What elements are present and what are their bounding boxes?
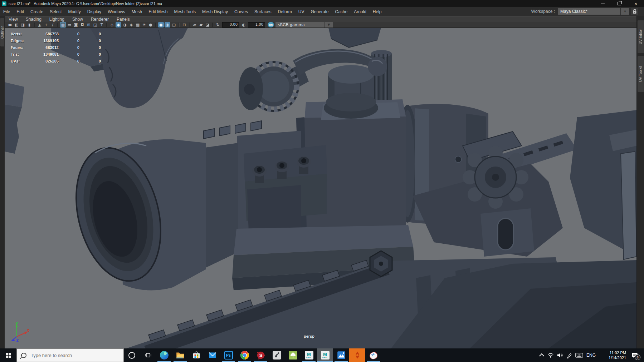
menu-item[interactable]: Curves xyxy=(231,9,251,14)
toolbar-icon[interactable]: / xyxy=(50,22,55,28)
taskbar-app-file-explorer[interactable] xyxy=(172,348,188,362)
view-transform-dropdown[interactable]: sRGB gamma xyxy=(275,22,324,28)
taskbar-app-microsoft-store[interactable] xyxy=(188,348,204,362)
taskbar-app-maya[interactable]: MMAYA xyxy=(301,348,317,362)
menu-item[interactable]: UV xyxy=(295,9,308,14)
menu-item[interactable]: Mesh xyxy=(128,9,145,14)
taskbar-app-origin[interactable] xyxy=(349,348,365,362)
gamma-field[interactable]: 1.00 xyxy=(248,22,265,28)
menu-item[interactable]: Generate xyxy=(307,9,332,14)
toolbar-icon[interactable]: ▰ xyxy=(198,22,204,28)
menu-item[interactable]: Mesh Display xyxy=(199,9,231,14)
toolbar-icon[interactable]: ▱ xyxy=(192,22,197,28)
panel-menu-item[interactable]: View xyxy=(5,17,22,22)
toolbar-icon[interactable]: ● xyxy=(148,22,153,28)
toolbar-icon[interactable]: ☀ xyxy=(141,22,147,28)
toolbar-icon[interactable] xyxy=(57,23,58,27)
taskbar-app-photos[interactable] xyxy=(333,348,349,362)
taskbar-app-edge[interactable] xyxy=(156,348,172,362)
contrast-icon[interactable]: ◐ xyxy=(241,22,247,28)
taskbar-app-snipping-tool[interactable]: ✂ xyxy=(365,348,381,362)
workspace-lock-button[interactable] xyxy=(631,8,638,15)
search-input[interactable] xyxy=(30,352,117,358)
toolbar-icon[interactable]: ◘ xyxy=(79,22,85,28)
toolbar-icon[interactable]: ◙ xyxy=(73,22,79,28)
panel-menu-item[interactable]: Panels xyxy=(113,17,134,22)
taskbar-app-maya-active[interactable]: MMAYA xyxy=(317,348,333,362)
toolbar-icon[interactable]: ▭ xyxy=(67,22,72,28)
chevron-down-icon[interactable]: ▼ xyxy=(325,22,333,28)
menu-item[interactable]: Edit xyxy=(13,9,27,14)
taskbar-app-mail[interactable] xyxy=(204,348,220,362)
menu-item[interactable]: File xyxy=(0,9,13,14)
toolbar-icon[interactable]: ▬ xyxy=(7,22,13,28)
uv-editor-tab[interactable]: UV Editor xyxy=(638,20,644,53)
menu-item[interactable]: Cache xyxy=(332,9,351,14)
tray-pen-button[interactable] xyxy=(565,348,574,362)
toolbar-icon[interactable]: ▩ xyxy=(135,22,141,28)
close-button[interactable]: × xyxy=(628,0,644,7)
color-management-toggle[interactable]: ON xyxy=(268,22,274,28)
knurled-knob[interactable] xyxy=(239,62,298,111)
panel-menu-item[interactable]: Lighting xyxy=(45,17,68,22)
menu-item[interactable]: Select xyxy=(47,9,65,14)
toolbar-icon[interactable] xyxy=(155,23,156,27)
toolbar-icon[interactable]: ▦ xyxy=(60,22,66,28)
toolbar-icon[interactable]: ◇ xyxy=(109,22,115,28)
toolbar-icon[interactable] xyxy=(179,23,180,27)
tray-wifi-button[interactable] xyxy=(546,348,555,362)
tray-clock[interactable]: 11:02 PM 1/14/2021 xyxy=(597,348,627,362)
toolbar-icon[interactable]: ▢ xyxy=(171,22,177,28)
toolbar-icon[interactable]: + xyxy=(43,22,49,28)
menu-item[interactable]: Windows xyxy=(104,9,128,14)
menu-item[interactable]: Deform xyxy=(274,9,295,14)
tray-language-button[interactable]: ENG xyxy=(585,348,597,362)
menu-item[interactable]: Surfaces xyxy=(251,9,274,14)
start-button[interactable] xyxy=(0,348,16,362)
taskbar-search[interactable] xyxy=(16,348,124,362)
toolbar-icon[interactable] xyxy=(189,23,190,27)
toolbar-icon[interactable]: ⊡ xyxy=(181,22,187,28)
exposure-field[interactable]: 0.00 xyxy=(222,22,239,28)
taskbar-app-chrome[interactable] xyxy=(236,348,253,362)
toolbar-icon[interactable]: ◭ xyxy=(37,22,43,28)
minimize-button[interactable] xyxy=(595,0,611,7)
toolbar-icon[interactable] xyxy=(106,23,107,27)
toolbar-icon[interactable]: ◨ xyxy=(20,22,26,28)
taskbar-app-photoshop[interactable]: Ps xyxy=(220,348,236,362)
menu-item[interactable]: Arnold xyxy=(351,9,370,14)
uv-toolkit-tab[interactable]: UV Toolkit xyxy=(638,56,644,92)
tray-volume-button[interactable] xyxy=(555,348,565,362)
taskbar-app-substance[interactable]: S xyxy=(253,348,269,362)
adjustment-wheel[interactable] xyxy=(463,146,528,209)
toolbar-icon[interactable]: ↻ xyxy=(215,22,221,28)
toolbar-icon[interactable]: ◆ xyxy=(116,22,121,28)
toolbar-icon[interactable]: ◈ xyxy=(128,22,134,28)
taskbar-app-speedtree[interactable] xyxy=(285,348,301,362)
panel-menu-item[interactable]: Show xyxy=(68,17,87,22)
menu-item[interactable]: Edit Mesh xyxy=(145,9,171,14)
outliner-tab[interactable]: Outliner xyxy=(0,18,4,46)
cortana-button[interactable] xyxy=(124,348,140,362)
toolbar-icon[interactable]: ◲ xyxy=(92,22,98,28)
toolbar-icon[interactable]: ◉ xyxy=(158,22,164,28)
3d-viewport[interactable]: Verts: 686758 0 0 Edges: 1369195 0 0 Fac… xyxy=(5,28,636,348)
toolbar-icon[interactable]: T xyxy=(99,22,104,28)
toolbar-icon[interactable]: ⊞ xyxy=(86,22,92,28)
toolbar-icon[interactable]: ◪ xyxy=(205,22,210,28)
chevron-down-icon[interactable]: ▼ xyxy=(621,8,629,15)
menu-item[interactable]: Help xyxy=(370,9,385,14)
menu-item[interactable]: Create xyxy=(27,9,47,14)
toolbar-icon[interactable] xyxy=(212,23,213,27)
tray-show-hidden-button[interactable] xyxy=(537,348,546,362)
toolbar-icon[interactable] xyxy=(34,23,35,27)
restore-button[interactable] xyxy=(611,0,628,7)
panel-menu-item[interactable]: Renderer xyxy=(87,17,113,22)
task-view-button[interactable] xyxy=(140,348,156,362)
toolbar-icon[interactable]: ◑ xyxy=(122,22,128,28)
menu-item[interactable]: Modify xyxy=(65,9,84,14)
menu-item[interactable]: Mesh Tools xyxy=(171,9,199,14)
menu-item[interactable]: Display xyxy=(84,9,104,14)
toolbar-icon[interactable]: ▮ xyxy=(26,22,32,28)
taskbar-app-zbrush[interactable] xyxy=(269,348,285,362)
